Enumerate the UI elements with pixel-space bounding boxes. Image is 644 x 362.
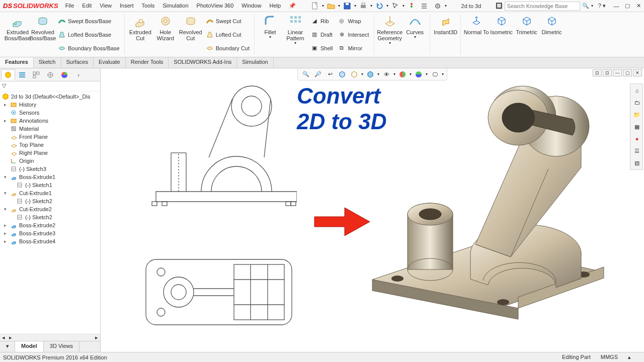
tab-simulation[interactable]: Simulation (237, 57, 273, 68)
configuration-manager-tab-icon[interactable] (29, 69, 43, 80)
menu-window[interactable]: Window (237, 1, 265, 11)
section-view-icon[interactable] (337, 69, 347, 79)
new-document-icon[interactable] (309, 1, 321, 11)
menu-photoview[interactable]: PhotoView 360 (193, 1, 238, 11)
dimxpert-manager-tab-icon[interactable] (43, 69, 57, 80)
taskpane-properties-icon[interactable]: ☰ (631, 145, 642, 156)
open-document-icon[interactable] (325, 1, 337, 11)
menu-file[interactable]: File (61, 1, 78, 11)
tree-item[interactable]: (-) Sketch2 (0, 213, 100, 221)
zoom-area-icon[interactable]: 🔎 (313, 69, 323, 79)
intersect-button[interactable]: ⊗Intersect (337, 29, 370, 40)
previous-view-icon[interactable]: ↩ (325, 69, 335, 79)
revolved-cut-button[interactable]: Revolved Cut (178, 14, 203, 55)
tree-item[interactable]: Right Plane (0, 149, 100, 157)
minimize-button[interactable]: — (611, 2, 622, 11)
tab-dropdown-icon[interactable]: ▾ (0, 341, 15, 352)
lofted-cut-button[interactable]: Lofted Cut (205, 29, 251, 40)
tab-addins[interactable]: SOLIDWORKS Add-Ins (169, 57, 237, 68)
taskpane-library-icon[interactable]: 🗀 (631, 97, 642, 108)
taskpane-forum-icon[interactable]: ▧ (631, 157, 642, 168)
menu-edit[interactable]: Edit (78, 1, 96, 11)
taskpane-explorer-icon[interactable]: 📁 (631, 109, 642, 120)
tree-item[interactable]: Top Plane (0, 141, 100, 149)
lofted-boss-button[interactable]: Lofted Boss/Base (57, 29, 121, 40)
menu-help[interactable]: Help (265, 1, 285, 11)
menu-tools[interactable]: Tools (138, 1, 159, 11)
help-icon[interactable]: ? ▾ (595, 3, 609, 9)
tree-item[interactable]: ▸Boss-Extrude4 (0, 237, 100, 245)
appearance-icon[interactable] (397, 69, 408, 79)
traffic-light-rebuild-icon[interactable] (406, 1, 418, 11)
tab-sketch[interactable]: Sketch (34, 57, 61, 68)
tree-filter-row[interactable]: ▽ (0, 81, 100, 92)
tree-item[interactable]: (-) Sketch2 (0, 197, 100, 205)
status-units[interactable]: MMGS (601, 354, 618, 360)
curves-button[interactable]: Curves▾ (403, 14, 428, 55)
print-icon[interactable] (357, 1, 369, 11)
tab-surfaces[interactable]: Surfaces (61, 57, 94, 68)
tree-item[interactable]: ▾Boss-Extrude1 (0, 173, 100, 181)
mirror-button[interactable]: ⧉Mirror (337, 43, 370, 54)
search-scope-icon[interactable]: 🔲 (496, 3, 503, 9)
tree-item[interactable]: ▸Boss-Extrude2 (0, 221, 100, 229)
isometric-button[interactable]: Isometric (489, 14, 514, 55)
display-manager-tab-icon[interactable] (57, 69, 71, 80)
fillet-button[interactable]: Fillet▾ (258, 14, 283, 55)
hole-wizard-button[interactable]: Hole Wizard (153, 14, 178, 55)
doc-prev-icon[interactable]: ⊡ (593, 69, 602, 76)
doc-next-icon[interactable]: ⊡ (603, 69, 612, 76)
shell-button[interactable]: ▣Shell (309, 43, 334, 54)
display-style-icon[interactable] (365, 69, 375, 79)
instant3d-button[interactable]: Instant3D (433, 14, 458, 35)
doc-minimize-button[interactable]: — (613, 69, 622, 76)
draft-button[interactable]: ▥Draft (309, 29, 334, 40)
tree-item[interactable]: ▸History (0, 101, 100, 109)
tab-evaluate[interactable]: Evaluate (94, 57, 126, 68)
feature-manager-tab-icon[interactable] (1, 69, 15, 80)
swept-cut-button[interactable]: Swept Cut (205, 16, 251, 27)
status-menu-icon[interactable]: ▴ (628, 354, 631, 360)
save-icon[interactable] (341, 1, 353, 11)
reference-geometry-button[interactable]: Reference Geometry▾ (377, 14, 403, 55)
options-list-icon[interactable] (419, 1, 431, 11)
menu-insert[interactable]: Insert (116, 1, 138, 11)
normal-to-button[interactable]: Normal To (464, 14, 489, 55)
view-settings-icon[interactable]: 🖵 (430, 69, 440, 79)
graphics-area[interactable]: Convert 2D to 3D (101, 68, 644, 352)
tree-item[interactable]: Sensors (0, 109, 100, 117)
taskpane-home-icon[interactable]: ⌂ (631, 85, 642, 96)
select-icon[interactable] (389, 1, 401, 11)
trimetric-button[interactable]: Trimetric (514, 14, 539, 55)
revolved-boss-button[interactable]: Revolved Boss/Base (30, 14, 55, 55)
extruded-cut-button[interactable]: Extruded Cut (128, 14, 153, 55)
tab-features[interactable]: Features (0, 57, 34, 68)
tree-hscroll[interactable]: ◂ ▸ ▸ (0, 334, 100, 341)
swept-boss-button[interactable]: Swept Boss/Base (57, 16, 121, 27)
hide-show-icon[interactable]: 👁 (381, 69, 391, 79)
menu-simulation[interactable]: Simulation (158, 1, 192, 11)
tree-item[interactable]: Front Plane (0, 133, 100, 141)
tree-item[interactable]: ▸Annotations (0, 117, 100, 125)
scene-icon[interactable] (414, 69, 424, 79)
feature-tree[interactable]: 2d to 3d (Default<<Default>_Dis ▸History… (0, 92, 100, 334)
tree-root[interactable]: 2d to 3d (Default<<Default>_Dis (0, 93, 100, 101)
wrap-button[interactable]: ◎Wrap (337, 16, 370, 27)
tab-3dviews[interactable]: 3D Views (44, 341, 79, 352)
tree-item[interactable]: ▾Cut-Extrude2 (0, 205, 100, 213)
rib-button[interactable]: ◢Rib (309, 16, 334, 27)
menu-pin-icon[interactable]: 📌 (285, 1, 300, 11)
close-button[interactable]: ✕ (633, 2, 644, 11)
tree-item[interactable]: Material (0, 125, 100, 133)
search-icon[interactable]: 🔍 (582, 3, 589, 9)
tree-item[interactable]: ▾Cut-Extrude1 (0, 189, 100, 197)
taskpane-view-palette-icon[interactable]: ▦ (631, 121, 642, 132)
tab-model[interactable]: Model (15, 341, 44, 352)
tree-item[interactable]: (-) Sketch1 (0, 181, 100, 189)
manager-overflow-icon[interactable]: › (71, 69, 86, 80)
linear-pattern-button[interactable]: Linear Pattern▾ (283, 14, 308, 55)
dimetric-button[interactable]: Dimetric (539, 14, 565, 55)
tree-item[interactable]: (-) Sketch3 (0, 165, 100, 173)
tab-render[interactable]: Render Tools (126, 57, 169, 68)
undo-icon[interactable] (373, 1, 385, 11)
